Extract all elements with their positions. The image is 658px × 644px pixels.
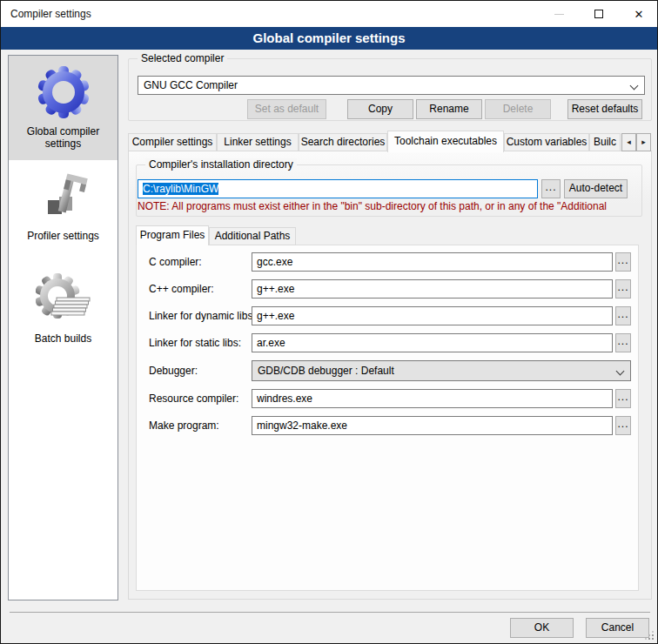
delete-button[interactable]: Delete: [485, 99, 551, 119]
make-program-input[interactable]: [252, 416, 613, 435]
ok-button[interactable]: OK: [510, 618, 574, 638]
maximize-button[interactable]: [579, 1, 619, 27]
profiler-caliper-icon: [36, 169, 91, 225]
resize-grip[interactable]: [645, 631, 654, 640]
resource-compiler-label: Resource compiler:: [149, 392, 238, 405]
c-compiler-label: C compiler:: [149, 256, 202, 268]
browse-directory-button[interactable]: ...: [541, 179, 561, 198]
sidebar-item-label: Batch builds: [9, 332, 118, 345]
close-icon: ✕: [634, 9, 644, 20]
sidebar-item-label: Profiler settings: [9, 230, 118, 242]
selected-compiler-group-label: Selected compiler: [138, 52, 227, 64]
static-linker-input[interactable]: [252, 333, 613, 352]
installation-directory-input[interactable]: C:\raylib\MinGW: [138, 179, 538, 198]
tab-scroll-left-button[interactable]: ◂: [621, 133, 636, 151]
debugger-label: Debugger:: [149, 365, 198, 377]
minimize-icon: [554, 14, 564, 15]
chevron-down-icon: [616, 367, 625, 376]
make-program-label: Make program:: [149, 419, 219, 432]
subtab-additional-paths[interactable]: Additional Paths: [209, 227, 296, 245]
sidebar-item-global-compiler-settings[interactable]: Global compiler settings: [9, 56, 118, 160]
tab-compiler-settings[interactable]: Compiler settings: [128, 133, 217, 151]
sidebar-item-label: Global compiler settings: [9, 125, 118, 150]
static-linker-browse-button[interactable]: ...: [615, 333, 631, 352]
tab-linker-settings[interactable]: Linker settings: [217, 133, 299, 151]
chevron-down-icon: [630, 82, 639, 91]
close-button[interactable]: ✕: [619, 1, 658, 27]
cpp-compiler-browse-button[interactable]: ...: [615, 279, 631, 299]
sidebar-item-profiler-settings[interactable]: Profiler settings: [9, 160, 118, 263]
installation-directory-value: C:\raylib\MinGW: [143, 183, 218, 195]
rename-button[interactable]: Rename: [416, 99, 482, 119]
selected-compiler-value: GNU GCC Compiler: [144, 79, 238, 91]
tab-build-options-clipped[interactable]: Builc: [589, 133, 621, 151]
cancel-button[interactable]: Cancel: [586, 618, 649, 638]
tab-search-directories[interactable]: Search directories: [299, 133, 387, 151]
static-linker-label: Linker for static libs:: [149, 337, 241, 349]
arrow-left-icon: ◂: [627, 138, 631, 146]
copy-button[interactable]: Copy: [347, 99, 413, 119]
cpp-compiler-label: C++ compiler:: [149, 283, 214, 295]
subtab-program-files[interactable]: Program Files: [136, 225, 209, 245]
make-program-browse-button[interactable]: ...: [615, 416, 631, 435]
auto-detect-button[interactable]: Auto-detect: [564, 179, 628, 198]
c-compiler-input[interactable]: [252, 252, 613, 272]
footer-divider: [10, 612, 650, 613]
bin-subdirectory-note: NOTE: All programs must exist either in …: [138, 200, 639, 212]
reset-defaults-button[interactable]: Reset defaults: [567, 99, 642, 119]
blue-gear-icon: [36, 64, 91, 120]
debugger-value: GDB/CDB debugger : Default: [258, 365, 394, 377]
dynamic-linker-browse-button[interactable]: ...: [615, 306, 631, 325]
dialog-header: Global compiler settings: [1, 27, 657, 50]
cpp-compiler-input[interactable]: [252, 279, 613, 299]
title-bar: Compiler settings ✕: [1, 1, 657, 27]
settings-category-list: Global compiler settings Profiler set: [8, 55, 118, 600]
arrow-right-icon: ▸: [641, 138, 646, 146]
minimize-button[interactable]: [539, 1, 579, 27]
selected-compiler-dropdown[interactable]: GNU GCC Compiler: [138, 76, 645, 95]
batch-builds-gear-icon: [36, 272, 91, 327]
dynamic-linker-label: Linker for dynamic libs:: [149, 310, 256, 322]
tab-scroll-right-button[interactable]: ▸: [636, 133, 651, 151]
installation-directory-group-label: Compiler's installation directory: [145, 158, 297, 171]
window-title: Compiler settings: [10, 8, 91, 20]
c-compiler-browse-button[interactable]: ...: [615, 252, 631, 272]
maximize-icon: [594, 10, 603, 18]
resource-compiler-browse-button[interactable]: ...: [615, 389, 631, 408]
debugger-dropdown[interactable]: GDB/CDB debugger : Default: [252, 360, 631, 381]
tab-toolchain-executables[interactable]: Toolchain executables: [387, 131, 504, 152]
resource-compiler-input[interactable]: [252, 389, 613, 408]
compiler-settings-dialog: Compiler settings ✕ Global compiler sett…: [0, 0, 658, 644]
dynamic-linker-input[interactable]: [252, 306, 613, 325]
sidebar-item-batch-builds[interactable]: Batch builds: [9, 263, 118, 366]
set-as-default-button[interactable]: Set as default: [247, 99, 326, 119]
tab-custom-variables[interactable]: Custom variables: [504, 133, 589, 151]
